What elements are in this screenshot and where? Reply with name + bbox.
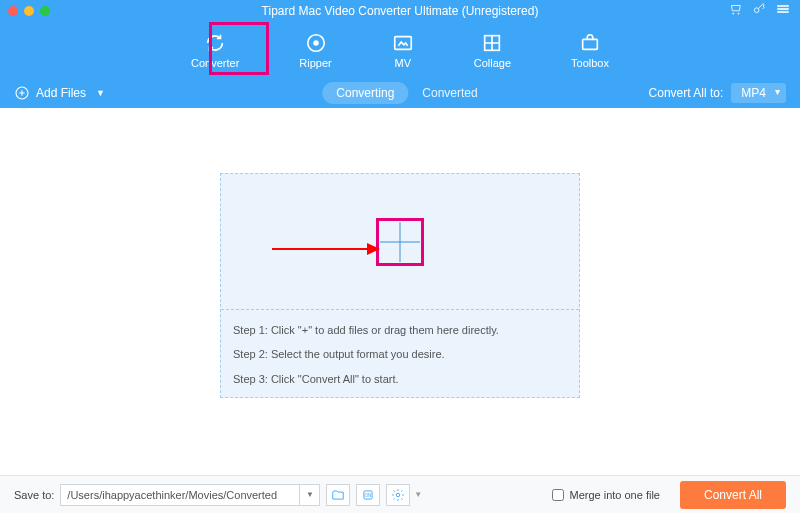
convert-all-to-label: Convert All to: <box>649 86 724 100</box>
settings-button[interactable] <box>386 484 410 506</box>
main-area: Step 1: Click "+" to add files or drag t… <box>0 108 800 475</box>
tab-converting[interactable]: Converting <box>322 82 408 104</box>
nav-ripper-label: Ripper <box>299 57 331 69</box>
tab-converted[interactable]: Converted <box>422 86 477 100</box>
save-to-label: Save to: <box>14 489 54 501</box>
title-bar-right <box>728 2 790 20</box>
output-format-dropdown[interactable]: MP4 <box>731 83 786 103</box>
svg-rect-4 <box>778 8 789 9</box>
window-controls <box>8 6 50 16</box>
nav-collage[interactable]: Collage <box>464 30 521 71</box>
svg-point-7 <box>313 40 319 46</box>
menu-icon[interactable] <box>776 2 790 20</box>
svg-rect-3 <box>778 6 789 7</box>
open-folder-button[interactable] <box>326 484 350 506</box>
add-files-dropdown-icon[interactable]: ▼ <box>96 88 105 98</box>
status-tabs: Converting Converted <box>322 82 477 104</box>
drop-zone[interactable] <box>221 174 579 309</box>
toolbar: Add Files ▼ Converting Converted Convert… <box>0 78 800 108</box>
merge-checkbox-group[interactable]: Merge into one file <box>552 489 660 501</box>
save-path-field[interactable]: /Users/ihappyacethinker/Movies/Converted… <box>60 484 320 506</box>
window-title: Tipard Mac Video Converter Ultimate (Unr… <box>262 4 539 18</box>
nav-converter-label: Converter <box>191 57 239 69</box>
close-window-button[interactable] <box>8 6 18 16</box>
minimize-window-button[interactable] <box>24 6 34 16</box>
maximize-window-button[interactable] <box>40 6 50 16</box>
bottom-bar: Save to: /Users/ihappyacethinker/Movies/… <box>0 475 800 513</box>
output-format-value: MP4 <box>741 86 766 100</box>
key-icon[interactable] <box>752 2 766 20</box>
drop-area[interactable]: Step 1: Click "+" to add files or drag t… <box>220 173 580 398</box>
nav-mv[interactable]: MV <box>382 30 424 71</box>
nav-collage-label: Collage <box>474 57 511 69</box>
nav-ripper[interactable]: Ripper <box>289 30 341 71</box>
add-plus-button[interactable] <box>380 222 420 262</box>
svg-point-1 <box>738 13 739 14</box>
nav-mv-label: MV <box>394 57 411 69</box>
save-path-dropdown-icon[interactable]: ▼ <box>299 485 319 505</box>
cart-icon[interactable] <box>728 2 742 20</box>
step-3: Step 3: Click "Convert All" to start. <box>233 373 567 385</box>
svg-point-0 <box>733 13 734 14</box>
steps-panel: Step 1: Click "+" to add files or drag t… <box>221 309 579 399</box>
convert-all-button[interactable]: Convert All <box>680 481 786 509</box>
convert-all-to-group: Convert All to: MP4 <box>649 83 786 103</box>
add-files-button[interactable]: Add Files ▼ <box>14 85 105 101</box>
svg-rect-10 <box>583 39 598 49</box>
merge-label: Merge into one file <box>569 489 660 501</box>
step-1: Step 1: Click "+" to add files or drag t… <box>233 324 567 336</box>
svg-text:ON: ON <box>365 492 372 497</box>
add-files-label: Add Files <box>36 86 86 100</box>
nav-toolbox-label: Toolbox <box>571 57 609 69</box>
svg-point-2 <box>754 8 759 13</box>
merge-checkbox[interactable] <box>552 489 564 501</box>
svg-point-16 <box>397 493 401 497</box>
top-nav: Converter Ripper MV Collage Toolbox <box>0 22 800 78</box>
gpu-accel-button[interactable]: ON <box>356 484 380 506</box>
nav-toolbox[interactable]: Toolbox <box>561 30 619 71</box>
nav-converter[interactable]: Converter <box>181 30 249 71</box>
title-bar: Tipard Mac Video Converter Ultimate (Unr… <box>0 0 800 22</box>
step-2: Step 2: Select the output format you des… <box>233 348 567 360</box>
save-path-value: /Users/ihappyacethinker/Movies/Converted <box>67 489 277 501</box>
svg-rect-5 <box>778 11 789 12</box>
settings-dropdown-caret[interactable]: ▼ <box>414 490 422 499</box>
